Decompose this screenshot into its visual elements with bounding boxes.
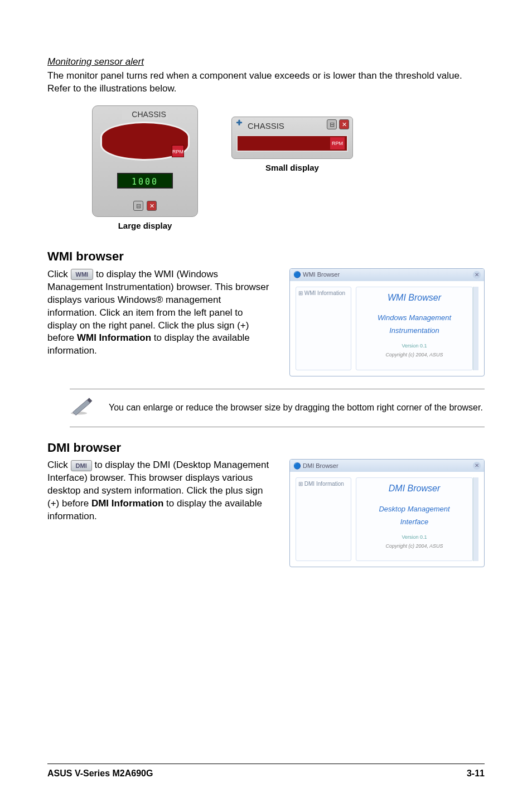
wmi-text-1: Click bbox=[47, 269, 71, 279]
small-display-caption: Small display bbox=[231, 162, 353, 173]
large-display-col: CHASSIS RPM 1000 ⊟ ✕ Large display bbox=[92, 105, 198, 231]
dmi-browser-window: 🔵 DMI Browser ✕ ⊞ DMI Information DMI Br… bbox=[289, 459, 485, 567]
dmi-text-1: Click bbox=[47, 460, 71, 470]
display-examples-row: CHASSIS RPM 1000 ⊟ ✕ Large display CHASS… bbox=[47, 105, 485, 231]
dmi-panel-sub2: Interface bbox=[400, 518, 429, 526]
dmi-window-titlebar: 🔵 DMI Browser ✕ bbox=[290, 460, 484, 472]
chassis-large-title: CHASSIS bbox=[122, 109, 168, 120]
wmi-button[interactable]: WMI bbox=[71, 269, 94, 280]
wmi-heading: WMI browser bbox=[47, 248, 485, 265]
wmi-information-term: WMI Information bbox=[77, 332, 151, 343]
wmi-panel-copyright: Copyright (c) 2004, ASUS bbox=[360, 351, 469, 358]
subheading-monitoring: Monitoring sensor alert bbox=[47, 56, 485, 69]
note-block: You can enlarge or reduce the browser si… bbox=[70, 389, 485, 427]
rpm-digits: 1000 bbox=[117, 173, 173, 189]
scrollbar[interactable] bbox=[473, 287, 478, 370]
small-display-col: CHASSIS ⊟ ✕ RPM Small display bbox=[231, 117, 353, 173]
wmi-panel-sub2: Instrumentation bbox=[389, 326, 439, 335]
expand-icon[interactable]: ⊟ bbox=[327, 119, 337, 129]
close-icon[interactable]: ✕ bbox=[473, 271, 481, 279]
wmi-text: Click WMI to display the WMI (Windows Ma… bbox=[47, 268, 273, 358]
close-icon[interactable]: ✕ bbox=[147, 201, 157, 211]
chassis-small-panel: CHASSIS ⊟ ✕ RPM bbox=[231, 117, 353, 159]
large-display-caption: Large display bbox=[92, 220, 198, 231]
dmi-information-term: DMI Information bbox=[91, 498, 163, 509]
dmi-button[interactable]: DMI bbox=[71, 460, 92, 471]
wmi-info-panel: WMI Browser Windows Management Instrumen… bbox=[356, 287, 473, 370]
wmi-window-titlebar: 🔵 WMI Browser ✕ bbox=[290, 269, 484, 281]
collapse-icon[interactable]: ⊟ bbox=[133, 201, 143, 211]
chassis-small-title: CHASSIS bbox=[238, 120, 284, 132]
close-icon[interactable]: ✕ bbox=[339, 119, 349, 129]
pencil-icon bbox=[70, 395, 94, 421]
wmi-tree-root[interactable]: WMI Information bbox=[304, 290, 345, 296]
dmi-window-title: 🔵 DMI Browser bbox=[293, 462, 338, 470]
dmi-heading: DMI browser bbox=[47, 439, 485, 456]
dmi-tree-panel[interactable]: ⊞ DMI Information bbox=[296, 477, 351, 561]
scrollbar[interactable] bbox=[473, 477, 478, 561]
wmi-panel-version: Version 0.1 bbox=[360, 342, 469, 349]
monitoring-paragraph: The monitor panel turns red when a compo… bbox=[47, 70, 485, 95]
page-footer: ASUS V-Series M2A690G 3-11 bbox=[47, 764, 485, 780]
footer-left: ASUS V-Series M2A690G bbox=[47, 767, 153, 780]
dmi-info-panel: DMI Browser Desktop Management Interface… bbox=[356, 477, 473, 561]
note-text: You can enlarge or reduce the browser si… bbox=[109, 402, 483, 414]
wmi-panel-sub1: Windows Management bbox=[378, 313, 451, 322]
wmi-panel-title: WMI Browser bbox=[360, 292, 469, 304]
rpm-badge-small: RPM bbox=[330, 137, 345, 149]
dmi-panel-title: DMI Browser bbox=[360, 482, 469, 495]
wmi-tree-panel[interactable]: ⊞ WMI Information bbox=[296, 287, 351, 370]
wmi-browser-window: 🔵 WMI Browser ✕ ⊞ WMI Information WMI Br… bbox=[289, 268, 485, 376]
dmi-panel-sub1: Desktop Management bbox=[379, 505, 449, 513]
close-icon[interactable]: ✕ bbox=[473, 462, 481, 470]
dmi-panel-version: Version 0.1 bbox=[360, 534, 469, 540]
chassis-large-panel: CHASSIS RPM 1000 ⊟ ✕ bbox=[92, 105, 198, 217]
dmi-text: Click DMI to display the DMI (Desktop Ma… bbox=[47, 459, 273, 523]
wmi-window-title: 🔵 WMI Browser bbox=[293, 270, 340, 279]
rpm-bar: RPM bbox=[236, 135, 348, 152]
rpm-badge: RPM bbox=[172, 145, 184, 157]
footer-page-number: 3-11 bbox=[467, 767, 485, 780]
registered-mark: ® bbox=[156, 294, 163, 305]
dmi-panel-copyright: Copyright (c) 2004, ASUS bbox=[360, 543, 469, 549]
dmi-tree-root[interactable]: DMI Information bbox=[304, 481, 344, 487]
